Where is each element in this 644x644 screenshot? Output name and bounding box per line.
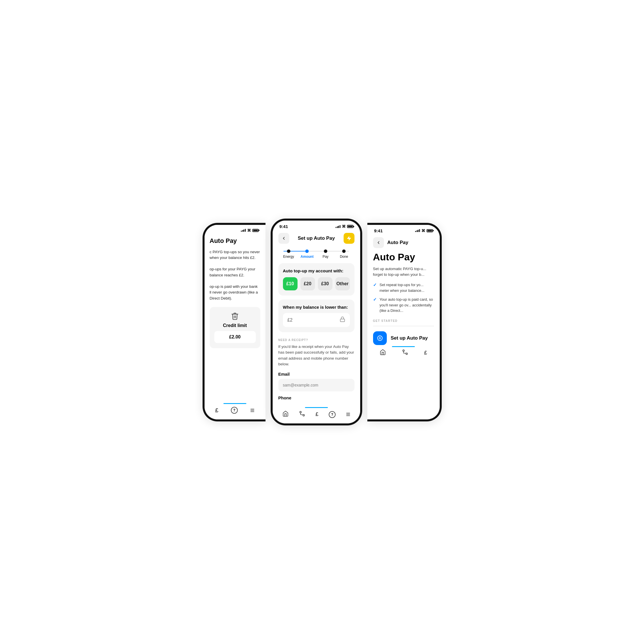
setup-autopay-icon: ∞ <box>373 331 387 345</box>
main-content: Auto top-up my account with: £10 £20 £30… <box>273 263 360 407</box>
email-input[interactable] <box>278 379 354 391</box>
check-text-2: Your auto top-up is paid card, so you'll… <box>380 297 434 314</box>
status-time: 9:41 <box>280 224 288 229</box>
amount-card: Auto top-up my account with: £10 £20 £30… <box>278 263 354 296</box>
email-label: Email <box>278 372 354 377</box>
svg-rect-1 <box>340 319 344 322</box>
receipt-label: NEED A RECEIPT? <box>278 338 354 342</box>
nav-meter-icon[interactable]: £ <box>316 411 318 417</box>
header-title: Set up Auto Pay <box>298 235 335 241</box>
back-button[interactable] <box>373 237 384 248</box>
back-button[interactable] <box>278 233 289 244</box>
header-title: Auto Pay <box>387 240 409 245</box>
nav-icon-help[interactable]: ? <box>231 407 238 414</box>
balance-card-title: When my balance is lower than: <box>283 305 350 310</box>
setup-autopay-button[interactable]: ∞ Set up Auto Pay <box>373 330 434 346</box>
check-text-1: Set repeat top-ups for yo... meter when … <box>380 282 434 293</box>
check-item-1: ✓ Set repeat top-ups for yo... meter whe… <box>373 282 434 293</box>
stepper: Energy Amount Pay Done <box>273 247 360 263</box>
check-item-2: ✓ Your auto top-up is paid card, so you'… <box>373 297 434 314</box>
checkmark-icon-1: ✓ <box>373 282 377 288</box>
nav-home-icon[interactable] <box>380 349 386 357</box>
amount-card-title: Auto top-up my account with: <box>283 268 350 273</box>
amount-options: £10 £20 £30 Other <box>283 277 350 290</box>
lightning-button[interactable] <box>344 233 354 244</box>
credit-limit-value: £2.00 <box>214 331 256 343</box>
nav-route-icon[interactable] <box>299 411 305 419</box>
receipt-section: NEED A RECEIPT? If you'd like a receipt … <box>278 337 354 407</box>
lock-icon <box>340 316 345 324</box>
get-started-label: GET STARTED <box>373 319 434 322</box>
bottom-nav: £ <box>367 346 440 362</box>
delete-icon[interactable] <box>214 312 256 320</box>
nav-route-icon[interactable] <box>402 349 408 357</box>
balance-card: When my balance is lower than: £2 <box>278 300 354 332</box>
check-list: ✓ Set repeat top-ups for yo... meter whe… <box>373 282 434 314</box>
nav-icon-menu[interactable]: ≡ <box>250 406 255 415</box>
svg-text:∞: ∞ <box>379 336 381 340</box>
nav-menu-icon[interactable]: ≡ <box>346 410 350 419</box>
balance-input-row: £2 <box>283 313 350 327</box>
nav-icon-pound[interactable]: £ <box>215 407 218 414</box>
svg-marker-0 <box>347 236 351 241</box>
phone-label: Phone <box>278 395 354 400</box>
header: Set up Auto Pay <box>273 231 360 247</box>
balance-value: £2 <box>288 318 293 323</box>
checkmark-icon-2: ✓ <box>373 297 377 302</box>
bottom-nav: £ ? ≡ <box>205 403 265 419</box>
receipt-text: If you'd like a receipt when your Auto P… <box>278 344 354 367</box>
amount-btn-20[interactable]: £20 <box>300 277 315 290</box>
status-time: 9:41 <box>374 228 383 233</box>
page-title: Auto Pay <box>373 251 434 263</box>
amount-btn-10[interactable]: £10 <box>283 277 298 290</box>
description-text: c PAYG top-ups so you never when your ba… <box>210 249 260 301</box>
bottom-nav: £ ? ≡ <box>273 407 360 423</box>
amount-btn-other[interactable]: Other <box>335 277 350 290</box>
credit-limit-card: Credit limit £2.00 <box>210 307 260 348</box>
setup-autopay-label: Set up Auto Pay <box>391 335 428 341</box>
description: Set up automatic PAYG top-u... forget to… <box>373 266 434 278</box>
nav-home-icon[interactable] <box>282 411 289 419</box>
nav-meter-icon[interactable]: £ <box>424 350 427 356</box>
main-content: Auto Pay Set up automatic PAYG top-u... … <box>367 251 440 346</box>
page-title: Auto Pay <box>210 237 260 245</box>
amount-btn-30[interactable]: £30 <box>318 277 332 290</box>
header: Auto Pay <box>367 235 440 251</box>
credit-limit-label: Credit limit <box>214 323 256 328</box>
nav-help-icon[interactable]: ? <box>329 411 336 418</box>
